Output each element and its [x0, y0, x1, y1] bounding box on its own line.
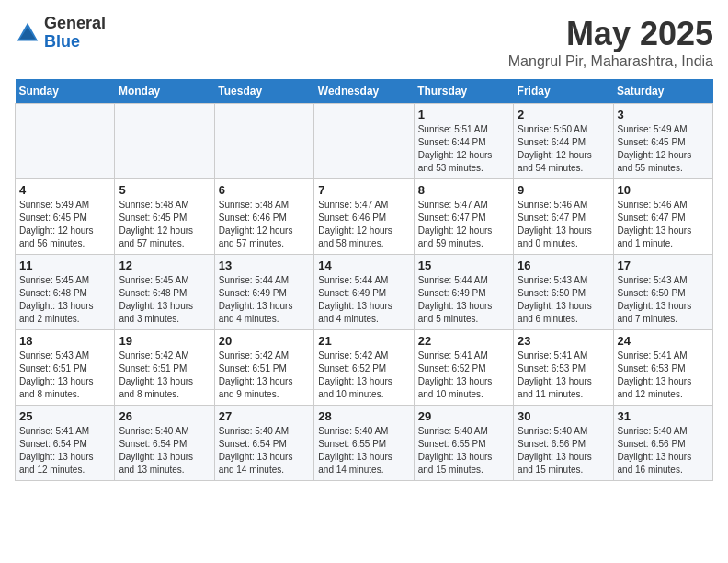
day-number: 20: [219, 334, 310, 348]
day-of-week-header: Thursday: [414, 79, 513, 104]
day-number: 7: [318, 183, 409, 197]
day-info: Sunrise: 5:44 AM Sunset: 6:49 PM Dayligh…: [418, 274, 509, 326]
calendar-day-cell: [314, 104, 414, 179]
day-info: Sunrise: 5:46 AM Sunset: 6:47 PM Dayligh…: [618, 199, 709, 250]
main-title: May 2025: [508, 15, 713, 53]
day-info: Sunrise: 5:40 AM Sunset: 6:56 PM Dayligh…: [518, 425, 609, 477]
calendar-day-cell: 24Sunrise: 5:41 AM Sunset: 6:53 PM Dayli…: [613, 330, 712, 406]
calendar-day-cell: 6Sunrise: 5:48 AM Sunset: 6:46 PM Daylig…: [214, 179, 313, 255]
day-number: 19: [119, 334, 210, 348]
calendar-day-cell: [16, 104, 115, 179]
day-number: 10: [618, 183, 709, 197]
day-number: 11: [19, 259, 110, 272]
day-number: 31: [618, 409, 709, 423]
day-info: Sunrise: 5:42 AM Sunset: 6:51 PM Dayligh…: [119, 350, 210, 401]
day-info: Sunrise: 5:47 AM Sunset: 6:47 PM Dayligh…: [418, 199, 509, 250]
day-number: 17: [618, 259, 709, 272]
day-number: 29: [418, 409, 509, 423]
day-number: 27: [219, 409, 310, 423]
calendar-day-cell: 8Sunrise: 5:47 AM Sunset: 6:47 PM Daylig…: [414, 179, 513, 255]
day-of-week-header: Saturday: [613, 79, 712, 104]
day-info: Sunrise: 5:48 AM Sunset: 6:46 PM Dayligh…: [219, 199, 310, 250]
day-info: Sunrise: 5:43 AM Sunset: 6:51 PM Dayligh…: [19, 350, 110, 401]
day-of-week-header: Wednesday: [314, 79, 414, 104]
calendar-day-cell: 2Sunrise: 5:50 AM Sunset: 6:44 PM Daylig…: [514, 104, 613, 179]
calendar-day-cell: 15Sunrise: 5:44 AM Sunset: 6:49 PM Dayli…: [414, 255, 513, 330]
calendar-day-cell: [115, 104, 214, 179]
day-info: Sunrise: 5:44 AM Sunset: 6:49 PM Dayligh…: [219, 274, 310, 326]
day-number: 12: [119, 259, 210, 272]
calendar-day-cell: 22Sunrise: 5:41 AM Sunset: 6:52 PM Dayli…: [414, 330, 513, 406]
calendar-day-cell: 1Sunrise: 5:51 AM Sunset: 6:44 PM Daylig…: [414, 104, 513, 179]
logo: General Blue: [15, 15, 106, 52]
calendar-day-cell: 23Sunrise: 5:41 AM Sunset: 6:53 PM Dayli…: [514, 330, 613, 406]
day-number: 4: [19, 183, 110, 197]
calendar-header-row: SundayMondayTuesdayWednesdayThursdayFrid…: [16, 79, 713, 104]
day-info: Sunrise: 5:49 AM Sunset: 6:45 PM Dayligh…: [19, 199, 110, 250]
day-number: 25: [19, 409, 110, 423]
day-number: 23: [518, 334, 609, 348]
day-number: 2: [518, 108, 609, 121]
calendar-day-cell: 16Sunrise: 5:43 AM Sunset: 6:50 PM Dayli…: [514, 255, 613, 330]
day-number: 30: [518, 409, 609, 423]
day-number: 18: [19, 334, 110, 348]
day-info: Sunrise: 5:41 AM Sunset: 6:54 PM Dayligh…: [19, 425, 110, 477]
day-number: 1: [418, 108, 509, 121]
day-info: Sunrise: 5:45 AM Sunset: 6:48 PM Dayligh…: [119, 274, 210, 326]
calendar-day-cell: 4Sunrise: 5:49 AM Sunset: 6:45 PM Daylig…: [16, 179, 115, 255]
day-number: 5: [119, 183, 210, 197]
calendar-day-cell: 7Sunrise: 5:47 AM Sunset: 6:46 PM Daylig…: [314, 179, 414, 255]
day-info: Sunrise: 5:41 AM Sunset: 6:52 PM Dayligh…: [418, 350, 509, 401]
calendar-day-cell: 18Sunrise: 5:43 AM Sunset: 6:51 PM Dayli…: [16, 330, 115, 406]
day-number: 8: [418, 183, 509, 197]
page-header: General Blue May 2025 Mangrul Pir, Mahar…: [15, 15, 713, 70]
logo-text: General Blue: [44, 15, 106, 52]
calendar-day-cell: 5Sunrise: 5:48 AM Sunset: 6:45 PM Daylig…: [115, 179, 214, 255]
day-number: 22: [418, 334, 509, 348]
calendar-table: SundayMondayTuesdayWednesdayThursdayFrid…: [15, 79, 713, 481]
calendar-week-row: 25Sunrise: 5:41 AM Sunset: 6:54 PM Dayli…: [16, 406, 713, 481]
calendar-day-cell: [214, 104, 313, 179]
day-info: Sunrise: 5:42 AM Sunset: 6:51 PM Dayligh…: [219, 350, 310, 401]
day-number: 15: [418, 259, 509, 272]
subtitle: Mangrul Pir, Maharashtra, India: [508, 53, 713, 70]
day-info: Sunrise: 5:41 AM Sunset: 6:53 PM Dayligh…: [618, 350, 709, 401]
day-info: Sunrise: 5:50 AM Sunset: 6:44 PM Dayligh…: [518, 123, 609, 175]
calendar-day-cell: 14Sunrise: 5:44 AM Sunset: 6:49 PM Dayli…: [314, 255, 414, 330]
day-info: Sunrise: 5:42 AM Sunset: 6:52 PM Dayligh…: [318, 350, 409, 401]
day-number: 9: [518, 183, 609, 197]
logo-icon: [15, 20, 40, 46]
day-info: Sunrise: 5:43 AM Sunset: 6:50 PM Dayligh…: [618, 274, 709, 326]
calendar-week-row: 1Sunrise: 5:51 AM Sunset: 6:44 PM Daylig…: [16, 104, 713, 179]
day-number: 14: [318, 259, 409, 272]
calendar-day-cell: 21Sunrise: 5:42 AM Sunset: 6:52 PM Dayli…: [314, 330, 414, 406]
day-info: Sunrise: 5:40 AM Sunset: 6:56 PM Dayligh…: [618, 425, 709, 477]
calendar-day-cell: 19Sunrise: 5:42 AM Sunset: 6:51 PM Dayli…: [115, 330, 214, 406]
calendar-day-cell: 28Sunrise: 5:40 AM Sunset: 6:55 PM Dayli…: [314, 406, 414, 481]
calendar-day-cell: 12Sunrise: 5:45 AM Sunset: 6:48 PM Dayli…: [115, 255, 214, 330]
day-info: Sunrise: 5:49 AM Sunset: 6:45 PM Dayligh…: [618, 123, 709, 175]
day-info: Sunrise: 5:47 AM Sunset: 6:46 PM Dayligh…: [318, 199, 409, 250]
day-info: Sunrise: 5:41 AM Sunset: 6:53 PM Dayligh…: [518, 350, 609, 401]
day-info: Sunrise: 5:51 AM Sunset: 6:44 PM Dayligh…: [418, 123, 509, 175]
day-info: Sunrise: 5:40 AM Sunset: 6:54 PM Dayligh…: [119, 425, 210, 477]
calendar-day-cell: 29Sunrise: 5:40 AM Sunset: 6:55 PM Dayli…: [414, 406, 513, 481]
day-number: 6: [219, 183, 310, 197]
day-info: Sunrise: 5:45 AM Sunset: 6:48 PM Dayligh…: [19, 274, 110, 326]
calendar-week-row: 4Sunrise: 5:49 AM Sunset: 6:45 PM Daylig…: [16, 179, 713, 255]
day-info: Sunrise: 5:44 AM Sunset: 6:49 PM Dayligh…: [318, 274, 409, 326]
day-info: Sunrise: 5:43 AM Sunset: 6:50 PM Dayligh…: [518, 274, 609, 326]
calendar-day-cell: 10Sunrise: 5:46 AM Sunset: 6:47 PM Dayli…: [613, 179, 712, 255]
day-info: Sunrise: 5:40 AM Sunset: 6:54 PM Dayligh…: [219, 425, 310, 477]
day-number: 16: [518, 259, 609, 272]
calendar-day-cell: 25Sunrise: 5:41 AM Sunset: 6:54 PM Dayli…: [16, 406, 115, 481]
day-number: 21: [318, 334, 409, 348]
day-info: Sunrise: 5:46 AM Sunset: 6:47 PM Dayligh…: [518, 199, 609, 250]
calendar-day-cell: 31Sunrise: 5:40 AM Sunset: 6:56 PM Dayli…: [613, 406, 712, 481]
calendar-day-cell: 17Sunrise: 5:43 AM Sunset: 6:50 PM Dayli…: [613, 255, 712, 330]
calendar-day-cell: 30Sunrise: 5:40 AM Sunset: 6:56 PM Dayli…: [514, 406, 613, 481]
day-of-week-header: Monday: [115, 79, 214, 104]
day-of-week-header: Tuesday: [214, 79, 313, 104]
day-number: 13: [219, 259, 310, 272]
calendar-day-cell: 9Sunrise: 5:46 AM Sunset: 6:47 PM Daylig…: [514, 179, 613, 255]
